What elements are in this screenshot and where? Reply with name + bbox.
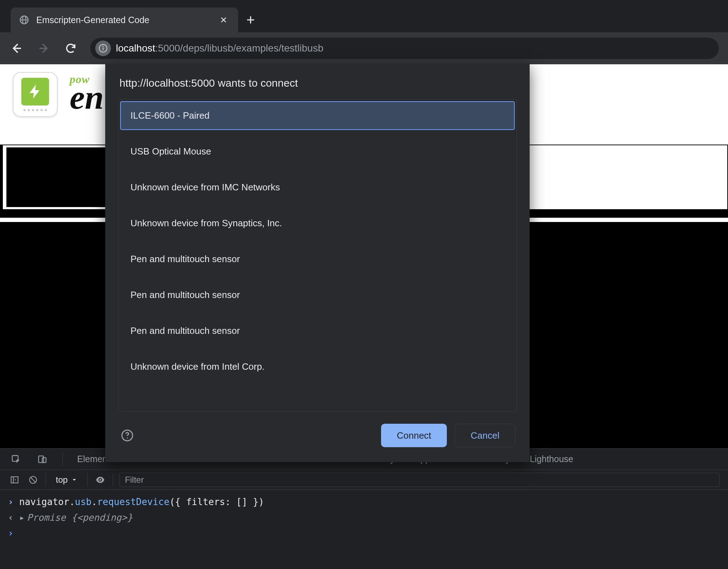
device-toggle-icon[interactable] [36, 453, 48, 465]
bolt-icon [21, 78, 49, 105]
new-tab-button[interactable] [238, 7, 263, 32]
browser-toolbar: localhost:5000/deps/libusb/examples/test… [0, 32, 728, 64]
address-bar[interactable]: localhost:5000/deps/libusb/examples/test… [90, 38, 719, 59]
device-item[interactable]: ILCE-6600 - Paired [121, 102, 514, 130]
live-expression-icon[interactable] [94, 474, 106, 486]
inspect-icon[interactable] [10, 453, 22, 465]
back-button[interactable] [9, 41, 24, 56]
device-item[interactable]: Unknown device from Synaptics, Inc. [121, 209, 514, 237]
svg-rect-8 [11, 477, 18, 483]
svg-rect-1 [103, 48, 103, 50]
tab-title: Emscripten-Generated Code [36, 15, 213, 25]
dialog-actions: Connect Cancel [105, 412, 530, 462]
device-item[interactable]: Pen and multitouch sensor [121, 317, 514, 345]
chevron-right-icon: › [7, 494, 14, 510]
console-sidebar-toggle-icon[interactable] [9, 474, 21, 486]
svg-point-4 [127, 438, 128, 439]
console-prompt[interactable]: › [7, 525, 721, 541]
help-icon[interactable] [119, 428, 135, 443]
url-text: localhost:5000/deps/libusb/examples/test… [116, 43, 323, 54]
reload-button[interactable] [63, 41, 78, 56]
device-item[interactable]: Pen and multitouch sensor [121, 281, 514, 309]
expand-triangle-icon[interactable]: ▸ [19, 512, 25, 523]
device-list: ILCE-6600 - PairedUSB Optical MouseUnkno… [118, 99, 517, 412]
devtools-panel: ElementsConsoleSourcesNetworkPerformance… [0, 448, 728, 569]
globe-icon [18, 14, 30, 26]
devtools-tab-lighthouse[interactable]: Lighthouse [530, 454, 573, 464]
device-item[interactable]: Unknown device from IMC Networks [121, 173, 514, 201]
chevron-right-icon: › [7, 525, 14, 541]
chevron-left-icon: ‹ [7, 510, 14, 525]
url-path: :5000/deps/libusb/examples/testlibusb [155, 43, 323, 54]
cancel-button[interactable]: Cancel [455, 424, 515, 447]
tab-strip: Emscripten-Generated Code [0, 0, 728, 32]
site-info-icon[interactable] [95, 40, 111, 56]
device-item[interactable]: Unknown device from Intel Corp. [121, 353, 514, 381]
svg-rect-7 [42, 457, 46, 462]
console-input-line: › navigator.usb.requestDevice({ filters:… [7, 494, 721, 510]
console-output[interactable]: › navigator.usb.requestDevice({ filters:… [0, 490, 728, 569]
connect-button[interactable]: Connect [381, 424, 447, 447]
dialog-title: http://localhost:5000 wants to connect [105, 64, 530, 99]
console-toolbar: top [0, 470, 728, 490]
url-host: localhost [116, 43, 155, 54]
execution-context-selector[interactable]: top [52, 473, 81, 486]
emscripten-wordmark: pow en [70, 73, 104, 111]
usb-permission-dialog: http://localhost:5000 wants to connect I… [105, 64, 530, 462]
console-filter-input[interactable] [119, 473, 719, 487]
close-tab-icon[interactable] [219, 15, 228, 25]
forward-button[interactable] [36, 41, 51, 56]
browser-tab[interactable]: Emscripten-Generated Code [11, 7, 238, 32]
device-item[interactable]: Pen and multitouch sensor [121, 245, 514, 273]
emscripten-logo [13, 72, 58, 117]
clear-console-icon[interactable] [27, 474, 39, 486]
svg-point-2 [102, 46, 103, 47]
console-output-line: ‹ ▸Promise {<pending>} [7, 510, 721, 525]
device-item[interactable]: USB Optical Mouse [121, 137, 514, 166]
svg-rect-6 [39, 456, 44, 462]
